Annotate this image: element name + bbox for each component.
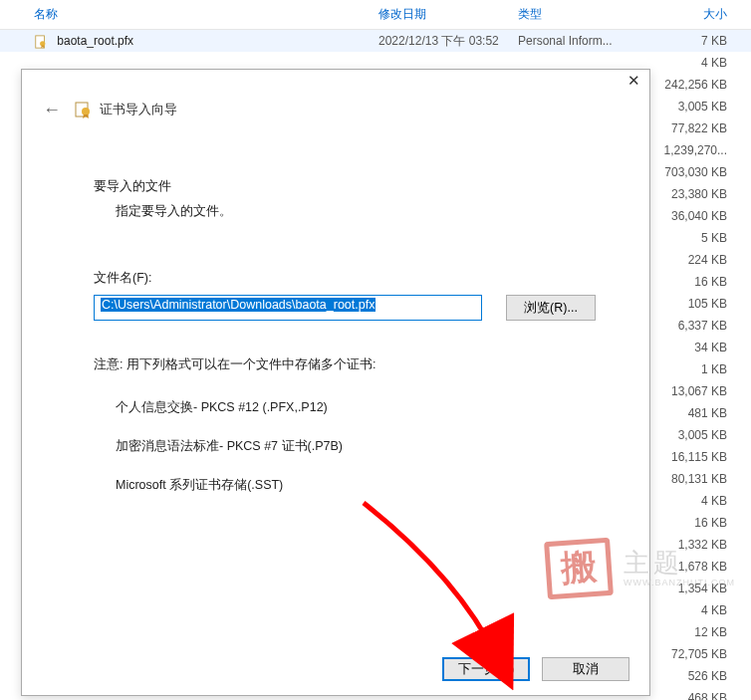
file-size: 13,067 KB bbox=[647, 380, 745, 402]
svg-point-3 bbox=[82, 108, 90, 116]
file-size: 1,332 KB bbox=[647, 534, 745, 556]
file-modified: 2022/12/13 下午 03:52 bbox=[378, 30, 518, 52]
file-size: 4 KB bbox=[647, 490, 745, 512]
file-size: 16 KB bbox=[647, 512, 745, 534]
section-subtext: 指定要导入的文件。 bbox=[94, 203, 606, 220]
format-item: Microsoft 系列证书存储(.SST) bbox=[116, 477, 606, 494]
file-size: 34 KB bbox=[647, 337, 745, 358]
wizard-cert-icon bbox=[74, 101, 92, 118]
file-size: 7 KB bbox=[647, 30, 745, 52]
section-heading: 要导入的文件 bbox=[94, 177, 606, 195]
column-type[interactable]: 类型 bbox=[518, 6, 647, 23]
dialog-title: 证书导入向导 bbox=[100, 101, 177, 118]
close-icon[interactable]: ✕ bbox=[626, 74, 641, 90]
column-header-row: 名称 修改日期 类型 大小 bbox=[0, 0, 751, 30]
file-size: 481 KB bbox=[647, 402, 745, 424]
formats-note: 注意: 用下列格式可以在一个文件中存储多个证书: bbox=[94, 356, 606, 373]
file-size: 526 KB bbox=[647, 665, 745, 687]
file-size: 1,678 KB bbox=[647, 556, 745, 578]
file-size: 3,005 KB bbox=[647, 96, 745, 117]
file-size: 468 KB bbox=[647, 687, 745, 700]
file-size: 242,256 KB bbox=[647, 74, 745, 96]
browse-button[interactable]: 浏览(R)... bbox=[506, 295, 596, 321]
file-size: 4 KB bbox=[647, 52, 745, 74]
cancel-button[interactable]: 取消 bbox=[542, 657, 629, 681]
filepath-input[interactable]: C:\Users\Administrator\Downloads\baota_r… bbox=[94, 295, 482, 321]
file-size: 1,354 KB bbox=[647, 578, 745, 599]
file-size: 5 KB bbox=[647, 227, 745, 249]
file-type: Personal Inform... bbox=[518, 30, 647, 52]
file-size: 1 KB bbox=[647, 358, 745, 380]
file-size: 72,705 KB bbox=[647, 643, 745, 665]
file-size: 77,822 KB bbox=[647, 117, 745, 139]
file-size: 224 KB bbox=[647, 249, 745, 271]
back-arrow-icon[interactable]: ← bbox=[40, 98, 64, 121]
file-size: 105 KB bbox=[647, 293, 745, 315]
file-size: 4 KB bbox=[647, 599, 745, 621]
file-size: 6,337 KB bbox=[647, 315, 745, 337]
next-button[interactable]: 下一页(N) bbox=[442, 657, 530, 681]
column-name[interactable]: 名称 bbox=[0, 6, 378, 23]
file-name: baota_root.pfx bbox=[57, 34, 133, 48]
file-size: 12 KB bbox=[647, 621, 745, 643]
format-item: 加密消息语法标准- PKCS #7 证书(.P7B) bbox=[116, 438, 606, 455]
file-size: 703,030 KB bbox=[647, 161, 745, 183]
filename-label: 文件名(F): bbox=[94, 270, 606, 287]
file-size: 1,239,270... bbox=[647, 139, 745, 161]
file-size: 3,005 KB bbox=[647, 424, 745, 446]
format-item: 个人信息交换- PKCS #12 (.PFX,.P12) bbox=[116, 399, 606, 416]
file-size: 80,131 KB bbox=[647, 468, 745, 490]
filepath-value: C:\Users\Administrator\Downloads\baota_r… bbox=[101, 298, 376, 312]
file-size: 23,380 KB bbox=[647, 183, 745, 205]
file-size: 36,040 KB bbox=[647, 205, 745, 227]
column-modified[interactable]: 修改日期 bbox=[378, 6, 518, 23]
certificate-import-wizard-dialog: ✕ ← 证书导入向导 要导入的文件 指定要导入的文件。 文件名(F): C:\U… bbox=[21, 69, 650, 696]
column-size[interactable]: 大小 bbox=[647, 6, 745, 23]
table-row[interactable]: baota_root.pfx 2022/12/13 下午 03:52 Perso… bbox=[0, 30, 751, 52]
certificate-file-icon bbox=[34, 34, 48, 48]
file-size: 16 KB bbox=[647, 271, 745, 293]
file-size: 16,115 KB bbox=[647, 446, 745, 468]
